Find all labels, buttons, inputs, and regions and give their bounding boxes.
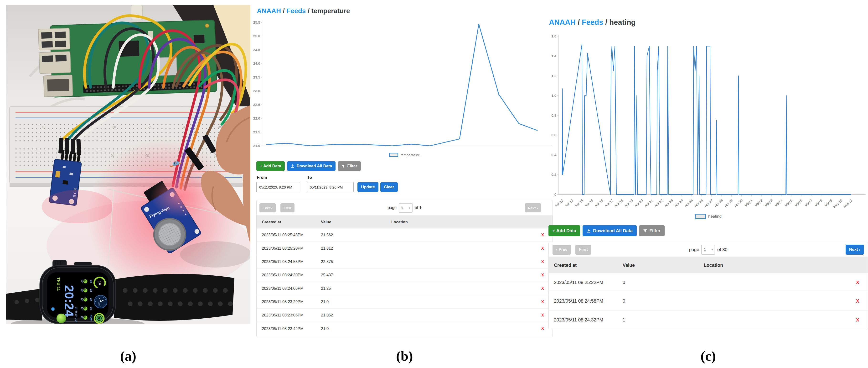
page-count: of 1 bbox=[415, 205, 421, 210]
y-axis-tick: 1.6 bbox=[551, 34, 556, 38]
add-data-button[interactable]: + Add Data bbox=[549, 225, 580, 236]
x-axis-label: Apr 29 bbox=[723, 198, 734, 208]
pagination: ‹ Prev First page 1 ▾ of 30 Next › bbox=[549, 242, 868, 257]
droplet-icon bbox=[51, 307, 55, 311]
col-created-at: Created at bbox=[549, 262, 623, 268]
y-axis-tick: 25.0 bbox=[253, 34, 260, 38]
value-cell: 1 bbox=[623, 317, 704, 323]
created-at-cell: 2023/05/11 08:25:22PM bbox=[549, 280, 623, 285]
y-axis-tick: 0.2 bbox=[551, 173, 556, 177]
created-at-cell: 2023/05/11 08:22:42PM bbox=[256, 327, 321, 331]
x-axis-label: May 4 bbox=[774, 198, 783, 207]
first-page-button[interactable]: First bbox=[280, 203, 294, 213]
next-page-button[interactable]: Next › bbox=[525, 203, 541, 213]
heating-chart: 1.61.41.21.00.80.60.40.20Apr 12Apr 13Apr… bbox=[549, 28, 868, 214]
filter-button[interactable]: Filter bbox=[338, 161, 361, 171]
table-row: 2023/05/11 08:25:20PM21.812X bbox=[256, 242, 553, 255]
filter-icon bbox=[643, 229, 647, 233]
photo-panel-a: 1015202530354540353025 bbox=[6, 5, 250, 323]
to-label: To bbox=[307, 175, 312, 180]
breadcrumb-feeds-link[interactable]: Feeds bbox=[582, 18, 603, 27]
download-all-data-button[interactable]: Download All Data bbox=[287, 161, 336, 171]
table-row: 2023/05/11 08:24:55PM22.875X bbox=[256, 255, 553, 268]
x-axis-label: Apr 26 bbox=[694, 198, 704, 208]
delete-row-button[interactable]: X bbox=[845, 317, 868, 323]
x-axis-label: Apr 28 bbox=[713, 198, 723, 208]
breadcrumb-separator: / bbox=[578, 18, 580, 27]
download-icon bbox=[291, 164, 294, 168]
chart-legend: temperature bbox=[256, 153, 553, 157]
created-at-cell: 2023/05/11 08:23:29PM bbox=[256, 300, 321, 304]
filter-button[interactable]: Filter bbox=[639, 225, 664, 236]
update-button[interactable]: Update bbox=[358, 182, 378, 192]
weather-hour: NOW bbox=[90, 315, 92, 321]
weather-temp: 13° bbox=[81, 307, 84, 310]
table-row: 2023/05/11 08:24:32PM1X bbox=[549, 310, 868, 329]
download-all-data-button[interactable]: Download All Data bbox=[583, 225, 637, 236]
y-axis-tick: 1.2 bbox=[551, 74, 556, 78]
x-axis-label: Apr 23 bbox=[664, 198, 674, 208]
weather-hour: 00 bbox=[90, 280, 92, 283]
first-page-button[interactable]: First bbox=[576, 245, 591, 255]
feed-toolbar: + Add Data Download All Data Filter bbox=[256, 161, 361, 171]
filter-icon bbox=[341, 164, 345, 168]
moon-complication bbox=[57, 314, 66, 323]
caption-a: (a) bbox=[6, 348, 250, 364]
x-axis-label: May 5 bbox=[784, 198, 793, 207]
x-axis-label: Apr 21 bbox=[644, 198, 654, 208]
x-axis-label: Apr 24 bbox=[674, 198, 684, 208]
x-axis-label: Apr 19 bbox=[624, 198, 634, 208]
from-datetime-input[interactable] bbox=[256, 182, 300, 192]
caption-c: (c) bbox=[549, 348, 868, 364]
y-axis-tick: 22.5 bbox=[253, 103, 260, 107]
to-datetime-input[interactable] bbox=[307, 182, 354, 192]
page-select[interactable]: 1 ▾ bbox=[399, 203, 412, 213]
legend-label: heating bbox=[708, 214, 721, 219]
x-axis-label: May 9 bbox=[824, 198, 833, 207]
next-page-button[interactable]: Next › bbox=[845, 245, 864, 255]
page-select[interactable]: 1 ▾ bbox=[701, 245, 715, 255]
x-axis-label: Apr 27 bbox=[704, 198, 714, 208]
breadcrumb-home-link[interactable]: ANAAH bbox=[549, 18, 576, 27]
page-label: page bbox=[689, 247, 699, 252]
data-table-card: ‹ Prev First page 1 ▾ of 1 Next › Create… bbox=[256, 200, 553, 337]
page-count: of 30 bbox=[717, 247, 727, 252]
watch-band-right bbox=[114, 274, 235, 321]
created-at-cell: 2023/05/11 08:24:32PM bbox=[549, 317, 623, 323]
x-axis-label: Apr 30 bbox=[734, 198, 744, 208]
x-axis-label: Apr 15 bbox=[584, 198, 594, 208]
weather-hour: 22 bbox=[90, 298, 92, 301]
x-axis-label: Apr 18 bbox=[614, 198, 624, 208]
x-axis-label: May 6 bbox=[794, 198, 803, 207]
x-axis-label: Apr 20 bbox=[634, 198, 644, 208]
pagination: ‹ Prev First page 1 ▾ of 1 Next › bbox=[256, 200, 553, 216]
x-axis-label: May 10 bbox=[833, 198, 843, 208]
y-axis-tick: 25.5 bbox=[253, 20, 260, 24]
x-axis-label: May 3 bbox=[764, 198, 773, 207]
col-location: Location bbox=[704, 262, 845, 268]
col-value: Value bbox=[623, 262, 704, 268]
feed-toolbar: + Add Data Download All Data Filter bbox=[549, 225, 664, 236]
weather-icon bbox=[84, 316, 88, 320]
x-axis-label: Apr 12 bbox=[554, 198, 564, 208]
table-row: 2023/05/11 08:24:06PM21.25X bbox=[256, 282, 553, 295]
clear-button[interactable]: Clear bbox=[380, 182, 398, 192]
weather-icon bbox=[84, 307, 88, 311]
y-axis-tick: 0.4 bbox=[551, 153, 557, 157]
value-cell: 0 bbox=[623, 298, 704, 304]
prev-page-button[interactable]: ‹ Prev bbox=[553, 245, 571, 255]
delete-row-button[interactable]: X bbox=[845, 280, 868, 285]
x-axis-label: Apr 14 bbox=[574, 198, 584, 208]
watch-side-button bbox=[74, 262, 92, 265]
add-data-button[interactable]: + Add Data bbox=[256, 161, 285, 171]
watch-band-left bbox=[6, 288, 42, 320]
svg-text:10: 10 bbox=[42, 125, 45, 129]
table-header: Created at Value Location bbox=[549, 257, 868, 273]
prev-page-button[interactable]: ‹ Prev bbox=[259, 203, 276, 213]
caret-down-icon: ▾ bbox=[711, 248, 713, 251]
heating-series-line bbox=[562, 44, 851, 195]
weather-hour: 21 bbox=[90, 307, 92, 310]
delete-row-button[interactable]: X bbox=[845, 298, 868, 304]
table-header: Created at Value Location bbox=[256, 216, 553, 228]
data-table-card: ‹ Prev First page 1 ▾ of 30 Next › Creat… bbox=[549, 242, 868, 329]
